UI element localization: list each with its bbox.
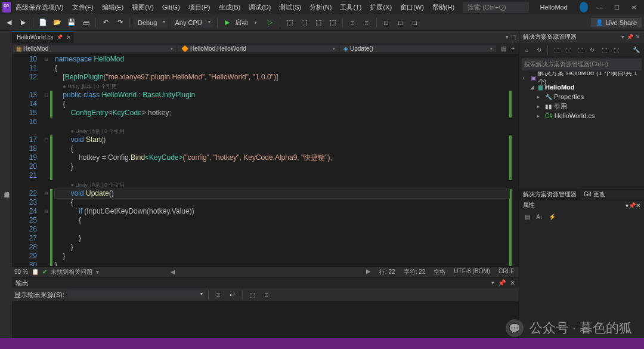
- indent-label[interactable]: 空格: [434, 268, 445, 276]
- props-close-icon[interactable]: ✕: [636, 202, 640, 209]
- menu-file[interactable]: 文件(F): [69, 1, 97, 14]
- platform-dropdown[interactable]: Any CPU: [171, 18, 212, 27]
- tb-btn-4[interactable]: ⬚: [326, 16, 339, 29]
- menu-window[interactable]: 窗口(W): [397, 1, 428, 14]
- menu-analyze[interactable]: 分析(N): [306, 1, 335, 14]
- editor-status-bar: 90 % 📋 ✔ 未找到相关问题 ▾ ◀ ▶ 行: 22 字符: 22 空格 U…: [12, 266, 519, 277]
- props-events-icon[interactable]: ⚡: [547, 212, 558, 223]
- pin-icon[interactable]: 📌: [57, 35, 63, 40]
- menu-tools[interactable]: 工具(T): [336, 1, 365, 14]
- solution-search-input[interactable]: 搜索解决方案资源管理器(Ctrl+;): [522, 58, 642, 70]
- tab-fullscreen-icon[interactable]: ⬚: [511, 34, 516, 40]
- tab-solution-explorer[interactable]: 解决方案资源管理器: [519, 190, 580, 200]
- split-view-icon[interactable]: ▤: [499, 45, 508, 52]
- start-dropdown-icon[interactable]: ▾: [249, 16, 262, 29]
- tb-btn-2[interactable]: ⬚: [298, 16, 311, 29]
- output-source-dropdown[interactable]: [68, 291, 205, 299]
- start-no-debug-button[interactable]: ▷: [264, 16, 277, 29]
- menu-edit[interactable]: 编辑(E): [98, 1, 128, 14]
- code-editor[interactable]: 1011121314151617181920212223242526272829…: [12, 55, 519, 266]
- sync-icon[interactable]: ↻: [534, 45, 544, 55]
- tb-btn-6[interactable]: ≡: [360, 16, 373, 29]
- output-list-icon[interactable]: ≡: [260, 288, 273, 301]
- output-clear-icon[interactable]: ≡: [212, 288, 225, 301]
- panel-dropdown-icon[interactable]: ▾: [621, 34, 624, 40]
- home-icon[interactable]: ⌂: [522, 45, 532, 55]
- fold-gutter[interactable]: ⊟⊟⊟⊟⊟: [42, 55, 50, 266]
- window-minimize[interactable]: —: [593, 0, 608, 14]
- scroll-right-icon[interactable]: ▶: [366, 268, 371, 276]
- tb-btn-5[interactable]: ≡: [346, 16, 359, 29]
- forward-button[interactable]: ▶: [17, 16, 30, 29]
- issues-icon[interactable]: 📋: [32, 268, 39, 275]
- close-tab-icon[interactable]: ✕: [66, 34, 71, 41]
- vertical-scrollbar[interactable]: [512, 55, 519, 266]
- panel-close-icon[interactable]: ✕: [636, 34, 640, 40]
- nav-class-dropdown[interactable]: 🔶 HelloMod.HelloWorld: [178, 45, 339, 52]
- rp-btn-3[interactable]: ⬚: [575, 45, 586, 55]
- tree-solution-node[interactable]: ▪▣ 解决方案"HelloMod"(1 个项目/共 1 个): [519, 73, 644, 82]
- output-close-icon[interactable]: ✕: [510, 279, 515, 287]
- tree-file-node[interactable]: ▸C# HelloWorld.cs: [519, 111, 644, 121]
- rp-btn-5[interactable]: ⬚: [611, 45, 621, 55]
- refresh-icon[interactable]: ↻: [587, 45, 597, 55]
- search-input[interactable]: 搜索 (Ctrl+Q): [463, 2, 529, 13]
- properties-title: 属性: [523, 201, 535, 209]
- add-view-icon[interactable]: +: [509, 45, 516, 52]
- menu-git[interactable]: Git(G): [159, 2, 184, 13]
- menu-debug[interactable]: 调试(D): [245, 1, 274, 14]
- user-avatar[interactable]: [580, 2, 588, 13]
- code-area[interactable]: namespace HelloMod { [BepInPlugin("me.xi…: [52, 55, 509, 266]
- rp-btn-2[interactable]: ⬚: [563, 45, 574, 55]
- menu-help[interactable]: 帮助(H): [429, 1, 458, 14]
- tab-dropdown-icon[interactable]: ▾: [506, 34, 509, 40]
- tb-btn-9[interactable]: □: [408, 16, 422, 29]
- horizontal-scroll-left-icon[interactable]: ◀: [171, 268, 175, 275]
- props-category-icon[interactable]: ▤: [522, 212, 532, 223]
- window-maximize[interactable]: ☐: [609, 0, 625, 14]
- nav-member-dropdown[interactable]: ◈ Update(): [340, 45, 496, 52]
- tree-properties-node[interactable]: ▸🔧 Properties: [519, 92, 644, 101]
- output-text-area[interactable]: [12, 301, 519, 338]
- rail-server-explorer[interactable]: 服务器资源管理器: [2, 187, 12, 189]
- props-alpha-icon[interactable]: A↓: [534, 212, 545, 223]
- menu-view[interactable]: 视图(V): [128, 1, 157, 14]
- tree-references-node[interactable]: ▸▮▮ 引用: [519, 101, 644, 111]
- back-button[interactable]: ◀: [2, 16, 16, 29]
- config-dropdown[interactable]: Debug: [134, 18, 168, 27]
- issues-dropdown-icon[interactable]: ▾: [96, 268, 99, 275]
- tb-btn-8[interactable]: □: [394, 16, 407, 29]
- undo-button[interactable]: ↶: [99, 16, 112, 29]
- redo-button[interactable]: ↷: [113, 16, 126, 29]
- output-wrap-icon[interactable]: ↩: [226, 288, 239, 301]
- start-debug-button[interactable]: ▶: [221, 16, 234, 29]
- nav-project-dropdown[interactable]: ▦ HelloMod: [13, 45, 177, 52]
- tb-btn-7[interactable]: □: [380, 16, 393, 29]
- menu-test[interactable]: 测试(S): [275, 1, 305, 14]
- open-button[interactable]: 📂: [51, 16, 64, 29]
- save-all-button[interactable]: 🗃: [79, 16, 92, 29]
- new-item-button[interactable]: 📄: [36, 16, 49, 29]
- zoom-level[interactable]: 90 %: [14, 268, 28, 275]
- live-share-button[interactable]: Live Share: [591, 18, 642, 27]
- rp-btn-1[interactable]: ⬚: [551, 45, 562, 55]
- menu-extensions[interactable]: 扩展(X): [366, 1, 395, 14]
- eol-label[interactable]: CRLF: [499, 268, 514, 276]
- wrench-icon[interactable]: 🔧: [631, 45, 642, 55]
- menu-build[interactable]: 生成(B): [215, 1, 244, 14]
- tb-btn-3[interactable]: ⬚: [312, 16, 325, 29]
- output-dropdown-icon[interactable]: ▾: [491, 280, 494, 286]
- output-toggle-icon[interactable]: ⬚: [246, 288, 259, 301]
- menu-project[interactable]: 项目(P): [185, 1, 214, 14]
- file-tab-helloworld[interactable]: HelloWorld.cs 📌 ✕: [12, 31, 73, 43]
- props-pin-icon[interactable]: 📌: [628, 202, 636, 209]
- window-close[interactable]: ✕: [626, 0, 642, 14]
- save-button[interactable]: 💾: [65, 16, 78, 29]
- panel-pin-icon[interactable]: 📌: [627, 34, 633, 40]
- output-pin-icon[interactable]: 📌: [498, 279, 506, 287]
- encoding-label[interactable]: UTF-8 (BOM): [454, 268, 490, 276]
- tb-btn-1[interactable]: ⬚: [283, 16, 296, 29]
- tab-git-changes[interactable]: Git 更改: [580, 190, 609, 200]
- menu-save-options[interactable]: 高级保存选项(V): [12, 1, 67, 14]
- rp-btn-4[interactable]: ⬚: [599, 45, 609, 55]
